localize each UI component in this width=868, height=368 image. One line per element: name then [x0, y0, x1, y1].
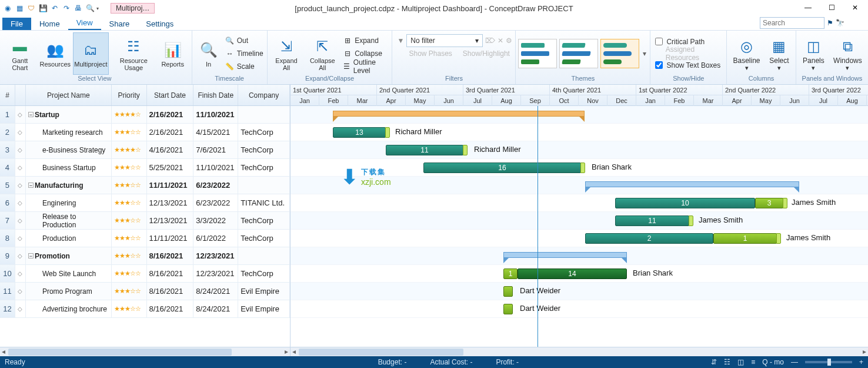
col-priority[interactable]: Priority — [112, 85, 147, 105]
ribbon-expand[interactable]: ⊞Expand — [342, 34, 389, 47]
app-icon[interactable]: ◉ — [2, 3, 13, 14]
row-flag-icon[interactable]: ◇ — [15, 247, 26, 264]
row-flag-icon[interactable]: ◇ — [15, 124, 26, 141]
month-cell[interactable]: Jul — [809, 95, 838, 106]
row-company[interactable]: TechCorp — [238, 141, 290, 158]
row-finish[interactable]: 7/6/2021 — [193, 141, 238, 158]
month-cell[interactable]: Mar — [694, 95, 723, 106]
row-company[interactable]: TechCorp — [238, 124, 290, 141]
table-row[interactable]: 11◇Promo Program★★★☆☆8/16/20218/24/2021E… — [0, 283, 290, 300]
row-flag-icon[interactable]: ◇ — [15, 141, 26, 158]
row-start[interactable]: 2/16/2021 — [147, 106, 194, 123]
save-icon[interactable]: 💾 — [38, 3, 48, 14]
row-flag-icon[interactable]: ◇ — [15, 106, 26, 123]
menu-settings[interactable]: Settings — [138, 18, 182, 30]
quarter-cell[interactable]: 3rd Quarter 2022 — [809, 85, 868, 95]
month-cell[interactable]: Mar — [348, 95, 377, 106]
gantt-bar-ebusiness[interactable]: 11 — [386, 145, 463, 155]
zoom-icon[interactable]: 🔍 — [85, 3, 95, 14]
row-flag-icon[interactable]: ◇ — [15, 194, 26, 211]
row-name[interactable]: Marketing research — [26, 124, 112, 141]
status-icon-3[interactable]: ◫ — [737, 358, 744, 366]
row-priority[interactable]: ★★★☆☆ — [112, 283, 147, 300]
new-icon[interactable]: ▦ — [14, 3, 25, 14]
ribbon-timeline[interactable]: ↔Timeline — [224, 47, 265, 60]
row-finish[interactable]: 3/3/2022 — [193, 212, 238, 229]
row-company[interactable]: TechCorp — [238, 159, 290, 176]
ribbon-expand-all[interactable]: ⇲Expand All — [270, 32, 303, 75]
menu-file[interactable]: File — [2, 18, 31, 30]
month-cell[interactable]: Aug — [492, 95, 521, 106]
row-name[interactable]: − Manufacturing — [26, 177, 112, 194]
row-start[interactable]: 12/13/2021 — [147, 194, 194, 211]
month-cell[interactable]: Aug — [838, 95, 867, 106]
zoom-in-icon[interactable]: + — [859, 358, 863, 366]
collapse-toggle-icon[interactable]: − — [28, 253, 34, 258]
row-flag-icon[interactable]: ◇ — [15, 159, 26, 176]
gantt-bar-production-a[interactable]: 2 — [585, 233, 713, 244]
row-name[interactable]: Enginering — [26, 194, 112, 211]
ribbon-select[interactable]: ▦Select ▾ — [765, 32, 793, 75]
quarter-cell[interactable]: 1st Quarter 2021 — [291, 85, 377, 95]
col-finish[interactable]: Finish Date — [193, 85, 238, 105]
gantt-body[interactable]: 13 Richard Miller 11 Richard Miller 16 B… — [291, 106, 868, 347]
ribbon-resources[interactable]: 👥Resources — [39, 32, 72, 75]
ribbon-zoom-in[interactable]: 🔍In — [195, 32, 223, 75]
row-flag-icon[interactable]: ◇ — [15, 265, 26, 282]
gantt-bar-release[interactable]: 11 — [615, 216, 689, 226]
gantt-bar-engineering-a[interactable]: 10 — [615, 198, 755, 208]
row-priority[interactable]: ★★★☆☆ — [112, 247, 147, 264]
row-name[interactable]: Business Startup — [26, 159, 112, 176]
row-priority[interactable]: ★★★☆☆ — [112, 230, 147, 247]
row-flag-icon[interactable]: ◇ — [15, 177, 26, 194]
ribbon-reports[interactable]: 📊Reports — [159, 32, 187, 75]
filter-x-icon[interactable]: ✕ — [498, 37, 503, 45]
theme-1[interactable] — [518, 39, 557, 68]
gantt-scrollbar[interactable]: ◂ ▸ — [291, 347, 868, 356]
row-finish[interactable]: 12/23/2021 — [193, 265, 238, 282]
col-name[interactable]: Project Name — [26, 85, 112, 105]
row-start[interactable]: 4/16/2021 — [147, 141, 194, 158]
row-start[interactable]: 8/16/2021 — [147, 283, 194, 300]
row-finish[interactable]: 11/10/2021 — [193, 106, 238, 123]
shield-icon[interactable]: 🛡 — [26, 3, 36, 14]
chk-text-boxes[interactable]: Show Text Boxes — [653, 59, 724, 71]
collapse-toggle-icon[interactable]: − — [28, 183, 34, 188]
month-cell[interactable]: Jun — [435, 95, 463, 106]
gantt-bar-promo[interactable] — [503, 286, 513, 297]
table-row[interactable]: 3◇e-Business Strategy★★★★☆4/16/20217/6/2… — [0, 141, 290, 159]
row-start[interactable]: 8/16/2021 — [147, 247, 194, 264]
row-finish[interactable]: 6/23/2022 — [193, 194, 238, 211]
row-start[interactable]: 11/11/2021 — [147, 230, 194, 247]
row-name[interactable]: e-Business Strategy — [26, 141, 112, 158]
row-start[interactable]: 11/11/2021 — [147, 177, 194, 194]
row-name[interactable]: Release to Production — [26, 212, 112, 229]
status-icon-2[interactable]: ☷ — [724, 358, 730, 366]
quarter-cell[interactable]: 2nd Quarter 2021 — [377, 85, 463, 95]
row-name[interactable]: Promo Program — [26, 283, 112, 300]
print-icon[interactable]: 🖶 — [73, 3, 84, 14]
row-priority[interactable]: ★★★☆☆ — [112, 159, 147, 176]
row-priority[interactable]: ★★★★☆ — [112, 141, 147, 158]
row-start[interactable]: 5/25/2021 — [147, 159, 194, 176]
col-start[interactable]: Start Date — [147, 85, 194, 105]
table-row[interactable]: 8◇Production★★★☆☆11/11/20216/1/2022TechC… — [0, 230, 290, 247]
theme-more-icon[interactable]: ▾ — [642, 49, 647, 58]
row-flag-icon[interactable]: ◇ — [15, 212, 26, 229]
row-finish[interactable]: 6/1/2022 — [193, 230, 238, 247]
quarter-cell[interactable]: 4th Quarter 2021 — [550, 85, 636, 95]
row-finish[interactable]: 12/23/2021 — [193, 247, 238, 264]
month-cell[interactable]: Sep — [521, 95, 550, 106]
ribbon-baseline[interactable]: ◎Baseline ▾ — [729, 32, 764, 75]
month-cell[interactable]: Jan — [291, 95, 319, 106]
row-start[interactable]: 8/16/2021 — [147, 300, 194, 317]
search-input[interactable] — [760, 17, 824, 29]
row-priority[interactable]: ★★★☆☆ — [112, 194, 147, 211]
quarter-cell[interactable]: 2nd Quarter 2022 — [723, 85, 809, 95]
row-finish[interactable]: 8/24/2021 — [193, 283, 238, 300]
goto-icon[interactable]: ⚑ — [827, 19, 833, 27]
month-cell[interactable]: Jan — [636, 95, 665, 106]
row-priority[interactable]: ★★★☆☆ — [112, 124, 147, 141]
row-company[interactable] — [238, 247, 290, 264]
row-flag-icon[interactable]: ◇ — [15, 300, 26, 317]
